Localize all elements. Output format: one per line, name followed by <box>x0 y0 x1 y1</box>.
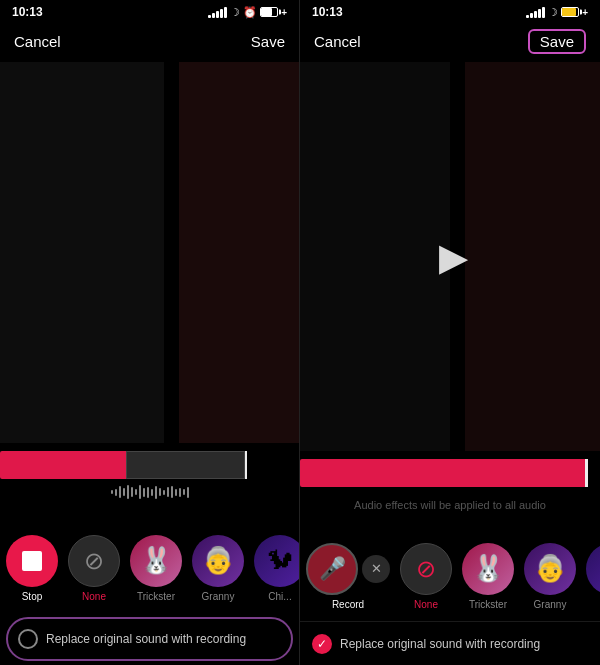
left-save-button[interactable]: Save <box>251 33 285 50</box>
right-bottom-bar: ✓ Replace original sound with recording <box>300 621 600 665</box>
moon-icon: ☽ <box>230 6 240 19</box>
right-vid-right <box>465 62 600 451</box>
left-trickster-label: Trickster <box>137 591 175 602</box>
left-stop-button[interactable] <box>6 535 58 587</box>
left-track-red <box>0 451 126 479</box>
right-audio-effects-text: Audio effects will be applied to all aud… <box>354 499 546 511</box>
right-save-button[interactable]: Save <box>528 29 586 54</box>
right-chipmunk-item[interactable]: 🐿 Chi... <box>586 543 600 610</box>
left-none-item[interactable]: ⊘ None <box>68 535 120 602</box>
left-waveform-row <box>0 481 299 503</box>
left-cancel-button[interactable]: Cancel <box>14 33 61 50</box>
right-timeline: Audio effects will be applied to all aud… <box>300 451 600 531</box>
left-bottom-bar: Replace original sound with recording <box>6 617 293 661</box>
left-stop-label: Stop <box>22 591 43 602</box>
right-trickster-circle: 🐰 <box>462 543 514 595</box>
right-trickster-item[interactable]: 🐰 Trickster <box>462 543 514 610</box>
right-granny-circle: 👵 <box>524 543 576 595</box>
play-icon[interactable]: ▶ <box>439 235 468 279</box>
right-signal-icon <box>526 7 545 18</box>
x-icon: ✕ <box>371 561 382 576</box>
right-granny-item[interactable]: 👵 Granny <box>524 543 576 610</box>
left-waveform <box>111 483 189 501</box>
right-panel: 10:13 ☽ + Cancel Save ▶ <box>300 0 600 665</box>
left-status-icons: ☽ ⏰ + <box>208 6 287 19</box>
left-header: Cancel Save <box>0 24 299 62</box>
left-stop-item: Stop <box>6 535 58 602</box>
right-effects-row: 🎤 ✕ Record ⊘ None 🐰 Trickster 👵 <box>300 531 600 621</box>
left-none-circle: ⊘ <box>68 535 120 587</box>
right-cancel-button[interactable]: Cancel <box>314 33 361 50</box>
right-video-area[interactable]: ▶ <box>300 62 600 451</box>
right-track-red <box>300 459 585 487</box>
no-symbol-icon: ⊘ <box>84 547 104 575</box>
left-video-area <box>0 62 299 443</box>
left-granny-item[interactable]: 👵 Granny <box>192 535 244 602</box>
signal-icon <box>208 7 227 18</box>
left-chipmunk-item[interactable]: 🐿 Chi... <box>254 535 299 602</box>
right-vid-left <box>300 62 450 451</box>
left-none-label: None <box>82 591 106 602</box>
left-track-dark <box>126 451 246 479</box>
left-time: 10:13 <box>12 5 43 19</box>
right-header: Cancel Save <box>300 24 600 62</box>
alarm-icon: ⏰ <box>243 6 257 19</box>
right-status-icons: ☽ + <box>526 6 588 19</box>
right-audio-effects: Audio effects will be applied to all aud… <box>300 493 600 511</box>
right-no-symbol-icon: ⊘ <box>416 555 436 583</box>
right-record-item: 🎤 ✕ Record <box>306 543 390 610</box>
right-record-label: Record <box>332 599 364 610</box>
left-chipmunk-label: Chi... <box>268 591 291 602</box>
left-video-left <box>0 62 164 443</box>
left-trickster-item[interactable]: 🐰 Trickster <box>130 535 182 602</box>
left-track-line <box>245 451 247 479</box>
stop-icon <box>22 551 42 571</box>
left-status-bar: 10:13 ☽ ⏰ + <box>0 0 299 24</box>
left-chipmunk-circle: 🐿 <box>254 535 299 587</box>
left-effects-row: Stop ⊘ None 🐰 Trickster 👵 Granny 🐿 <box>0 523 299 613</box>
left-replace-checkbox[interactable] <box>18 629 38 649</box>
battery-percent: + <box>281 7 287 18</box>
right-replace-checkbox[interactable]: ✓ <box>312 634 332 654</box>
right-time: 10:13 <box>312 5 343 19</box>
right-chipmunk-circle: 🐿 <box>586 543 600 595</box>
left-granny-circle: 👵 <box>192 535 244 587</box>
right-battery-percent: + <box>582 7 588 18</box>
right-none-circle: ⊘ <box>400 543 452 595</box>
left-granny-label: Granny <box>202 591 235 602</box>
left-panel: 10:13 ☽ ⏰ + Cancel Save <box>0 0 300 665</box>
right-none-item[interactable]: ⊘ None <box>400 543 452 610</box>
left-track-bar <box>0 451 299 479</box>
left-replace-label: Replace original sound with recording <box>46 632 246 646</box>
right-battery-icon <box>561 7 579 17</box>
right-status-bar: 10:13 ☽ + <box>300 0 600 24</box>
left-video-right <box>179 62 299 443</box>
right-x-button[interactable]: ✕ <box>362 555 390 583</box>
right-track-end <box>585 459 588 487</box>
mic-icon: 🎤 <box>319 556 346 582</box>
right-record-circles: 🎤 ✕ <box>306 543 390 595</box>
right-none-label: None <box>414 599 438 610</box>
left-timeline <box>0 443 299 523</box>
right-track-bar <box>300 459 600 487</box>
battery-icon <box>260 7 278 17</box>
right-moon-icon: ☽ <box>548 6 558 19</box>
right-record-button[interactable]: 🎤 <box>306 543 358 595</box>
left-trickster-circle: 🐰 <box>130 535 182 587</box>
right-trickster-label: Trickster <box>469 599 507 610</box>
right-replace-label: Replace original sound with recording <box>340 637 540 651</box>
right-granny-label: Granny <box>534 599 567 610</box>
